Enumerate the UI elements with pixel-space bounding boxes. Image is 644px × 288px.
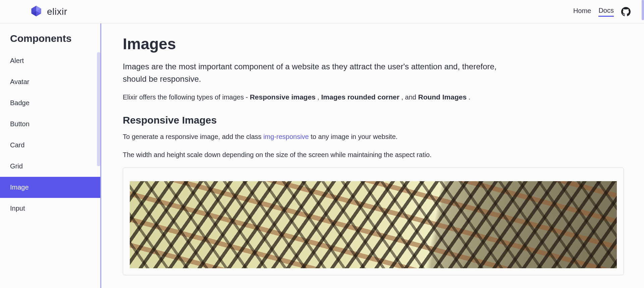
sidebar-item-image[interactable]: Image: [0, 177, 100, 198]
section1-p1: To generate a responsive image, add the …: [123, 131, 624, 142]
section1-p2: The width and height scale down dependin…: [123, 149, 624, 160]
sidebar-item-card[interactable]: Card: [0, 135, 100, 156]
sidebar-item-grid[interactable]: Grid: [0, 156, 100, 177]
demo-responsive-image: [130, 181, 617, 268]
page-intro: Images are the most important component …: [123, 60, 498, 85]
nav-right: Home Docs: [573, 7, 631, 17]
page-title: Images: [123, 35, 624, 53]
logo-icon: [30, 5, 42, 18]
image-types-line: Elixir offers the following types of ima…: [123, 93, 624, 101]
sidebar-item-avatar[interactable]: Avatar: [0, 71, 100, 92]
code-img-responsive: img-responsive: [263, 133, 309, 140]
top-nav: elixir Home Docs: [0, 0, 644, 23]
separator: ,: [317, 93, 321, 101]
suffix: .: [469, 93, 471, 101]
type-round-images: Round Images: [418, 93, 467, 101]
shell: Components Alert Avatar Badge Button Car…: [0, 23, 644, 288]
sidebar-item-badge[interactable]: Badge: [0, 92, 100, 114]
sidebar-item-button[interactable]: Button: [0, 114, 100, 135]
brand[interactable]: elixir: [30, 5, 67, 18]
type-responsive-images: Responsive images: [250, 93, 316, 101]
section-responsive-images-title: Responsive Images: [123, 115, 624, 126]
offers-prefix: Elixir offers the following types of ima…: [123, 93, 250, 101]
main-content: Images Images are the most important com…: [101, 23, 644, 288]
brand-name: elixir: [47, 6, 67, 17]
section1-p1-b: to any image in your website.: [309, 133, 398, 140]
sidebar-item-alert[interactable]: Alert: [0, 50, 100, 71]
sidebar: Components Alert Avatar Badge Button Car…: [0, 23, 101, 288]
section1-p1-a: To generate a responsive image, add the …: [123, 133, 263, 140]
page-scrollbar-thumb[interactable]: [642, 0, 644, 20]
type-rounded-corner: Images rounded corner: [321, 93, 399, 101]
sidebar-title: Components: [0, 33, 100, 50]
demo-box: [123, 167, 624, 275]
nav-link-docs[interactable]: Docs: [598, 7, 614, 17]
separator-and: , and: [401, 93, 418, 101]
github-icon[interactable]: [621, 7, 631, 16]
scrollbar-thumb[interactable]: [97, 52, 100, 166]
nav-link-home[interactable]: Home: [573, 7, 591, 16]
sidebar-item-input[interactable]: Input: [0, 198, 100, 219]
